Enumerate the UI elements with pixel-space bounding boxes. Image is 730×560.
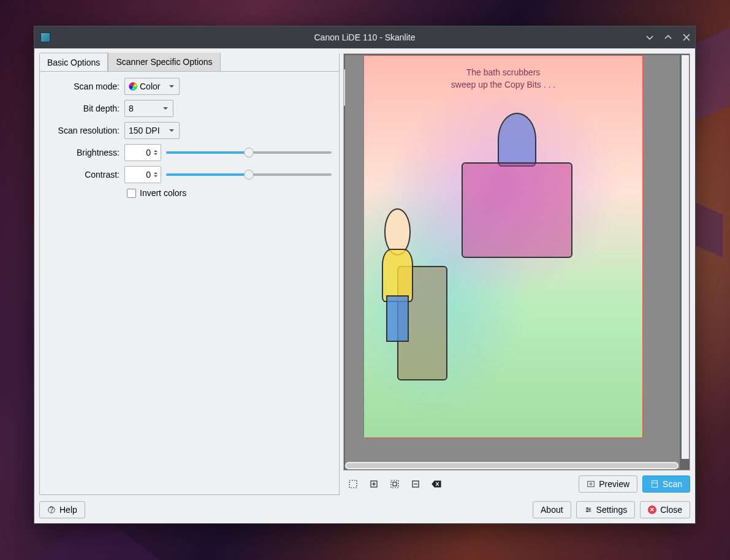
about-button[interactable]: About bbox=[533, 501, 571, 518]
contrast-spinbox[interactable]: 0 bbox=[124, 166, 161, 183]
tab-scanner-specific[interactable]: Scanner Specific Options bbox=[108, 53, 220, 71]
brightness-slider[interactable] bbox=[166, 151, 332, 154]
slider-fill bbox=[166, 173, 249, 176]
close-x-icon: ✕ bbox=[648, 505, 656, 514]
scan-preview-area[interactable]: The bath scrubbers sweep up the Copy Bit… bbox=[343, 53, 690, 471]
contrast-value: 0 bbox=[146, 170, 151, 180]
scan-mode-value: Color bbox=[140, 81, 160, 91]
brightness-spinbox[interactable]: 0 bbox=[124, 144, 161, 161]
button-label: Preview bbox=[599, 479, 629, 489]
bit-depth-label: Bit depth: bbox=[47, 104, 120, 113]
invert-colors-label: Invert colors bbox=[140, 188, 186, 198]
zoom-in-icon[interactable] bbox=[369, 479, 379, 489]
contrast-label: Contrast: bbox=[47, 170, 120, 180]
svg-point-22 bbox=[587, 507, 588, 509]
zoom-fit-icon[interactable] bbox=[348, 479, 358, 489]
app-icon bbox=[40, 32, 50, 42]
preview-button[interactable]: Preview bbox=[579, 475, 637, 493]
button-label: Close bbox=[660, 505, 682, 515]
slider-fill bbox=[166, 151, 249, 154]
close-button[interactable]: ✕ Close bbox=[640, 501, 690, 518]
preview-icon bbox=[587, 480, 595, 488]
caption-line: The bath scrubbers bbox=[364, 67, 642, 79]
brightness-label: Brightness: bbox=[47, 148, 120, 157]
options-panel: Basic Options Scanner Specific Options S… bbox=[39, 53, 340, 495]
resolution-combo[interactable]: 150 DPI bbox=[124, 122, 180, 139]
caption-line: sweep up the Copy Bits . . . bbox=[364, 79, 642, 91]
help-button[interactable]: ? Help bbox=[39, 501, 85, 518]
resolution-value: 150 DPI bbox=[129, 126, 160, 135]
svg-rect-13 bbox=[588, 482, 595, 487]
maximize-icon[interactable] bbox=[663, 32, 673, 42]
tab-label: Basic Options bbox=[47, 58, 100, 67]
slider-thumb[interactable] bbox=[244, 170, 254, 180]
scan-selection[interactable]: The bath scrubbers sweep up the Copy Bit… bbox=[363, 55, 643, 438]
invert-colors-checkbox[interactable] bbox=[127, 189, 136, 198]
svg-point-23 bbox=[588, 509, 590, 511]
scan-icon bbox=[650, 480, 659, 488]
help-icon: ? bbox=[47, 505, 56, 514]
svg-marker-10 bbox=[432, 481, 441, 487]
svg-rect-6 bbox=[391, 480, 398, 488]
vertical-scrollbar[interactable] bbox=[682, 55, 689, 459]
close-icon[interactable] bbox=[682, 32, 691, 42]
bit-depth-value: 8 bbox=[129, 104, 134, 113]
horizontal-scrollbar[interactable] bbox=[345, 462, 679, 469]
svg-point-14 bbox=[590, 483, 593, 485]
zoom-out-icon[interactable] bbox=[411, 479, 420, 489]
svg-rect-2 bbox=[349, 480, 357, 488]
tab-label: Scanner Specific Options bbox=[116, 57, 212, 67]
clear-selection-icon[interactable] bbox=[432, 479, 441, 489]
resolution-label: Scan resolution: bbox=[47, 126, 120, 135]
page-caption: The bath scrubbers sweep up the Copy Bit… bbox=[364, 56, 642, 91]
scan-mode-label: Scan mode: bbox=[47, 81, 120, 91]
tab-basic-options[interactable]: Basic Options bbox=[40, 53, 108, 72]
svg-rect-7 bbox=[393, 482, 397, 486]
svg-rect-15 bbox=[652, 481, 658, 488]
color-wheel-icon bbox=[129, 82, 137, 91]
contrast-slider[interactable] bbox=[166, 173, 332, 176]
preview-panel: The bath scrubbers sweep up the Copy Bit… bbox=[343, 53, 690, 495]
titlebar[interactable]: Canon LiDE 110 - Skanlite bbox=[34, 26, 695, 48]
drawing-shape bbox=[462, 162, 573, 258]
scan-mode-combo[interactable]: Color bbox=[124, 78, 180, 95]
slider-thumb[interactable] bbox=[244, 148, 254, 157]
button-label: Scan bbox=[663, 479, 682, 489]
scan-button[interactable]: Scan bbox=[642, 475, 690, 493]
bit-depth-combo[interactable]: 8 bbox=[124, 100, 173, 117]
button-label: About bbox=[541, 505, 563, 515]
settings-icon bbox=[584, 505, 593, 514]
app-window: Canon LiDE 110 - Skanlite Basic Options … bbox=[34, 26, 696, 524]
settings-button[interactable]: Settings bbox=[576, 501, 636, 518]
svg-point-24 bbox=[587, 510, 588, 512]
button-label: Settings bbox=[596, 505, 628, 515]
minimize-icon[interactable] bbox=[645, 32, 655, 42]
drawing-character bbox=[375, 208, 420, 342]
drawing-shape bbox=[498, 113, 537, 166]
window-title: Canon LiDE 110 - Skanlite bbox=[314, 32, 416, 42]
svg-text:?: ? bbox=[50, 505, 54, 514]
zoom-selection-icon[interactable] bbox=[390, 479, 400, 489]
brightness-value: 0 bbox=[146, 148, 151, 157]
scanned-page[interactable]: The bath scrubbers sweep up the Copy Bit… bbox=[345, 55, 680, 469]
button-label: Help bbox=[59, 505, 77, 515]
